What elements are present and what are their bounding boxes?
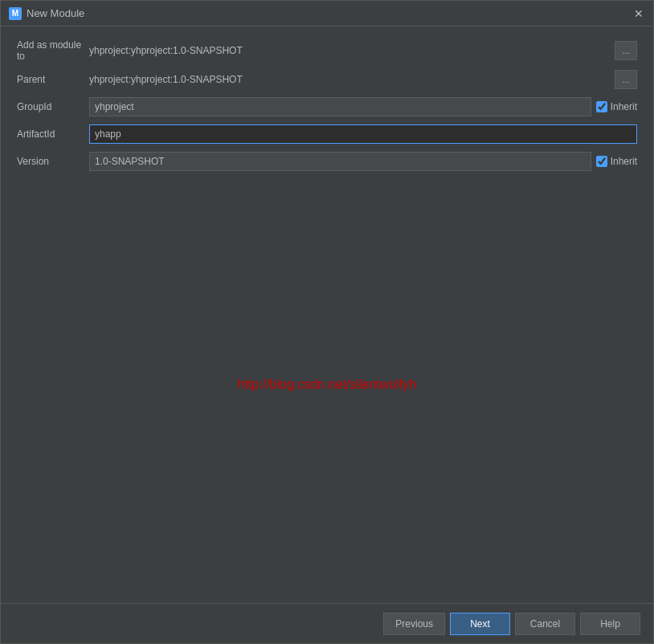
group-id-row: GroupId Inherit xyxy=(17,97,637,116)
footer-area: Previous Next Cancel Help xyxy=(1,603,653,643)
dialog-title: New Module xyxy=(27,7,84,19)
group-id-label: GroupId xyxy=(17,101,89,112)
close-button[interactable]: ✕ xyxy=(632,7,645,20)
parent-row: Parent yhproject:yhproject:1.0-SNAPSHOT … xyxy=(17,70,637,89)
add-as-module-label: Add as module to xyxy=(17,39,89,62)
content-area: Add as module to yhproject:yhproject:1.0… xyxy=(1,26,653,603)
cancel-button[interactable]: Cancel xyxy=(515,613,575,635)
artifact-id-label: ArtifactId xyxy=(17,128,89,140)
version-label: Version xyxy=(17,156,89,167)
previous-button[interactable]: Previous xyxy=(383,613,445,635)
version-inherit-row: Inherit xyxy=(596,156,637,167)
parent-label: Parent xyxy=(17,74,89,85)
help-button[interactable]: Help xyxy=(580,613,640,635)
group-id-inherit-checkbox[interactable] xyxy=(596,101,607,112)
add-as-module-row: Add as module to yhproject:yhproject:1.0… xyxy=(17,39,637,62)
add-as-module-browse-button[interactable]: ... xyxy=(615,41,637,60)
artifact-id-row: ArtifactId xyxy=(17,124,637,144)
module-icon: M xyxy=(9,7,22,20)
add-as-module-value: yhproject:yhproject:1.0-SNAPSHOT xyxy=(89,45,615,56)
watermark: http://blog.csdn.net/silentwolfyh xyxy=(17,179,637,590)
dialog-window: M New Module ✕ Add as module to yhprojec… xyxy=(0,0,654,644)
version-inherit-label: Inherit xyxy=(611,156,637,167)
version-input[interactable] xyxy=(89,152,591,171)
group-id-inherit-label: Inherit xyxy=(611,101,637,112)
version-inherit-checkbox[interactable] xyxy=(596,156,607,167)
group-id-inherit-row: Inherit xyxy=(596,101,637,112)
group-id-input[interactable] xyxy=(89,97,591,116)
parent-value: yhproject:yhproject:1.0-SNAPSHOT xyxy=(89,74,615,85)
next-button[interactable]: Next xyxy=(450,613,510,635)
artifact-id-input[interactable] xyxy=(89,124,637,144)
parent-browse-button[interactable]: ... xyxy=(615,70,637,89)
title-bar: M New Module ✕ xyxy=(1,1,653,26)
version-row: Version Inherit xyxy=(17,152,637,171)
title-bar-left: M New Module xyxy=(9,7,84,20)
watermark-text: http://blog.csdn.net/silentwolfyh xyxy=(238,377,416,392)
